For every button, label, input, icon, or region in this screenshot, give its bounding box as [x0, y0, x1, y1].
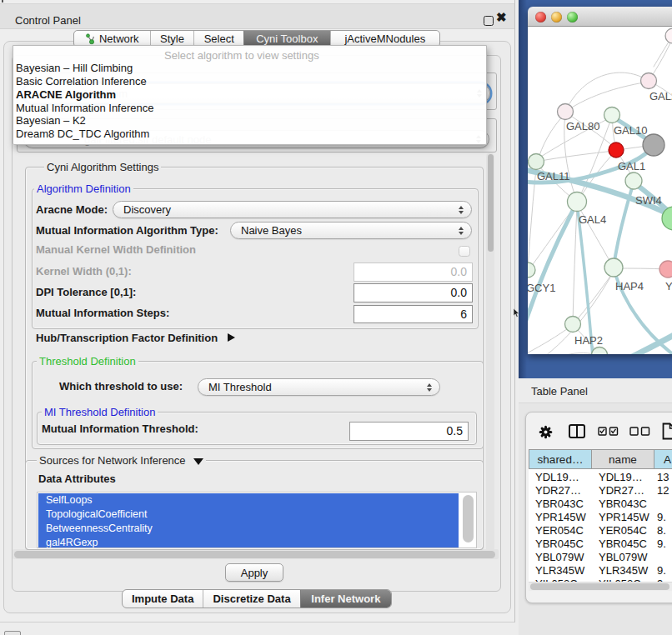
- new-file-icon[interactable]: [662, 422, 672, 440]
- window-corner-artifact: [2, 0, 3, 2]
- table-panel-titlebar: Table Panel: [519, 378, 672, 403]
- settings-gear-icon[interactable]: [539, 425, 553, 439]
- node-label: GAL4: [579, 213, 606, 226]
- table-cell[interactable]: 9.: [657, 511, 666, 524]
- table-cell[interactable]: YER054C: [535, 524, 584, 538]
- list-item-label: TopologicalCoefficient: [46, 508, 147, 520]
- table-cell[interactable]: YPR145W: [599, 511, 649, 524]
- tab-impute-data-label: Impute Data: [132, 592, 193, 605]
- hub-definition-label[interactable]: Hub/Transcription Factor Definition: [36, 332, 218, 344]
- manual-kernel-checkbox[interactable]: [459, 246, 470, 257]
- settings-vscrollbar-thumb[interactable]: [488, 154, 494, 252]
- column-header-name[interactable]: name: [592, 449, 654, 469]
- tab-impute-data[interactable]: Impute Data: [123, 590, 203, 608]
- aracne-mode-value: Discovery: [113, 203, 458, 216]
- list-item[interactable]: SelfLoops: [38, 493, 459, 508]
- table-cell[interactable]: YDL19…: [535, 471, 579, 484]
- table-body[interactable]: YDL19… YDL19… 13 YDR27… YDR27… 12 YBR043…: [529, 469, 672, 582]
- sources-title-text: Sources for Network Inference: [39, 454, 186, 467]
- dpi-tolerance-label: DPI Tolerance [0,1]:: [36, 287, 136, 298]
- list-item-label: BetweennessCentrality: [46, 522, 153, 534]
- close-window-icon[interactable]: [535, 12, 546, 22]
- table-cell[interactable]: 9.: [657, 564, 666, 578]
- aracne-mode-combo[interactable]: Discovery: [113, 201, 472, 218]
- minimized-panel-icon[interactable]: [4, 631, 21, 635]
- threshold-definition-title: Threshold Definition: [37, 355, 138, 368]
- algorithm-option[interactable]: Bayesian – K2: [16, 114, 86, 127]
- float-panel-icon[interactable]: [484, 16, 494, 26]
- unchecked-columns-icon[interactable]: [629, 427, 650, 436]
- sources-collapse-arrow-icon[interactable]: [193, 458, 203, 465]
- minimize-window-icon[interactable]: [551, 12, 562, 22]
- cyni-bottom-tabbar: Impute Data Discretize Data Infer Networ…: [122, 589, 392, 608]
- algorithm-popup-prompt: Select algorithm to view settings: [164, 50, 319, 62]
- algorithm-option[interactable]: Mutual Information Inference: [16, 102, 153, 114]
- desktop-left-shadow: [519, 0, 527, 378]
- node-label: HAP2: [574, 334, 603, 347]
- apply-button[interactable]: Apply: [225, 563, 283, 582]
- data-attributes-list[interactable]: SelfLoops TopologicalCoefficient Between…: [37, 492, 477, 548]
- table-cell[interactable]: YBR045C: [599, 538, 647, 551]
- column-header-label: A: [664, 453, 671, 466]
- tab-discretize-data[interactable]: Discretize Data: [203, 590, 299, 608]
- algorithm-option[interactable]: Bayesian – Hill Climbing: [16, 62, 133, 74]
- table-cell[interactable]: YBL079W: [535, 551, 584, 564]
- cytoscape-app: Control Panel ✖ Network Style Select Cyn…: [0, 0, 672, 635]
- column-header-a[interactable]: A: [654, 449, 672, 469]
- list-item[interactable]: TopologicalCoefficient: [38, 508, 459, 522]
- sources-group-title: Sources for Network Inference: [37, 454, 206, 467]
- combo-arrows-icon: [458, 206, 464, 214]
- table-cell[interactable]: 12: [657, 484, 669, 498]
- list-item[interactable]: gal4RGexp: [38, 536, 459, 548]
- table-cell[interactable]: YDR27…: [599, 484, 644, 498]
- table-cell[interactable]: YDL19…: [599, 471, 643, 484]
- which-threshold-combo[interactable]: MI Threshold: [198, 378, 440, 396]
- mi-type-combo[interactable]: Naive Bayes: [230, 222, 472, 239]
- list-item[interactable]: BetweennessCentrality: [38, 522, 459, 536]
- checked-columns-icon[interactable]: [598, 427, 619, 436]
- mi-threshold-group-title: MI Threshold Definition: [42, 406, 158, 418]
- mi-type-label: Mutual Information Algorithm Type:: [36, 225, 218, 237]
- algorithm-option-selected[interactable]: ARACNE Algorithm: [16, 88, 116, 101]
- table-cell[interactable]: YBR043C: [599, 498, 647, 511]
- node-label: Y: [665, 280, 672, 292]
- table-cell[interactable]: YBR043C: [535, 498, 584, 511]
- table-cell[interactable]: 9.: [657, 538, 666, 551]
- split-columns-icon[interactable]: [569, 424, 585, 438]
- list-item-label: gal4RGexp: [46, 537, 98, 548]
- node-label: HAP4: [615, 280, 644, 292]
- column-header-shared-name[interactable]: shared…: [529, 449, 592, 469]
- tab-infer-network[interactable]: Infer Network: [300, 590, 391, 608]
- which-threshold-label: Which threshold to use:: [59, 381, 183, 392]
- tab-network-label: Network: [99, 32, 139, 45]
- column-header-label: shared…: [538, 453, 584, 466]
- table-hscrollbar-thumb[interactable]: [530, 583, 669, 590]
- kernel-width-field[interactable]: 0.0: [354, 262, 473, 282]
- table-cell[interactable]: YLR345W: [599, 564, 648, 578]
- table-panel-title: Table Panel: [531, 385, 588, 398]
- table-cell[interactable]: 13: [657, 471, 669, 484]
- tab-jactivemnodules-label: jActiveMNodules: [344, 32, 425, 45]
- algorithm-option[interactable]: Basic Correlation Inference: [16, 75, 147, 88]
- algorithm-option[interactable]: Dream8 DC_TDC Algorithm: [16, 128, 149, 140]
- table-cell[interactable]: YBL079W: [599, 551, 648, 564]
- settings-hscrollbar-thumb[interactable]: [14, 551, 495, 558]
- table-cell[interactable]: YPR145W: [535, 511, 586, 524]
- manual-kernel-label: Manual Kernel Width Definition: [36, 244, 196, 256]
- mi-threshold-field[interactable]: 0.5: [349, 422, 469, 441]
- dpi-tolerance-field[interactable]: 0.0: [354, 283, 473, 302]
- node-label: GAL10: [614, 124, 647, 137]
- control-panel-titlebar: Control Panel ✖: [0, 3, 514, 29]
- table-cell[interactable]: YDR27…: [535, 484, 581, 498]
- table-cell[interactable]: YLR345W: [535, 564, 584, 578]
- close-panel-icon[interactable]: ✖: [496, 11, 507, 23]
- list-vscrollbar-thumb[interactable]: [463, 495, 474, 542]
- table-cell[interactable]: YBR045C: [535, 538, 584, 551]
- network-window-titlebar[interactable]: [528, 7, 672, 27]
- table-cell[interactable]: YER054C: [599, 524, 647, 538]
- hub-expand-arrow-icon[interactable]: [228, 333, 235, 342]
- network-canvas[interactable]: GAL2 GAL80 GAL10 GAL1 GAL11 SWI4 GAL4 GC…: [528, 27, 672, 354]
- mi-steps-field[interactable]: 6: [354, 305, 473, 323]
- table-cell[interactable]: 8.: [657, 524, 666, 538]
- zoom-window-icon[interactable]: [567, 12, 578, 22]
